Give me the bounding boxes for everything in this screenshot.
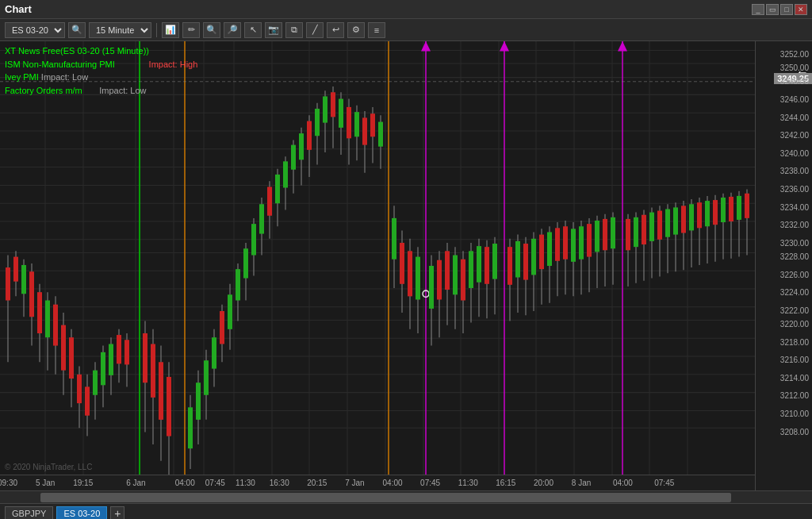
price-tick-3238: 3238.00 [780,167,809,175]
svg-rect-202 [689,204,694,230]
undo-button[interactable]: ↩ [327,22,344,38]
svg-rect-42 [6,267,10,300]
symbol-select[interactable]: ES 03-20 [5,22,65,38]
search-button[interactable]: 🔍 [68,22,86,38]
svg-rect-56 [61,325,66,371]
svg-rect-156 [492,244,497,279]
svg-rect-142 [437,260,442,300]
chart-main[interactable]: XT News Free(ES 03-20 (15 Minute)) ISM N… [0,41,755,490]
svg-rect-80 [167,377,171,436]
svg-rect-192 [649,213,654,241]
svg-rect-188 [634,217,638,247]
svg-rect-140 [429,266,434,309]
svg-rect-60 [77,375,82,403]
svg-rect-66 [101,352,105,385]
svg-rect-186 [626,219,630,250]
time-label-5jan: 5 Jan [36,479,55,487]
time-label-1630: 16:30 [270,479,289,487]
price-tick-3236: 3236.00 [780,185,809,194]
svg-rect-154 [485,247,489,284]
zoom-in-button[interactable]: 🔍 [203,22,220,38]
svg-rect-194 [657,211,662,240]
time-label-0745-3: 07:45 [654,479,674,487]
svg-rect-150 [469,251,473,288]
svg-rect-124 [354,112,359,136]
cursor-button[interactable]: ↖ [244,22,262,38]
svg-rect-76 [151,344,155,397]
layers-button[interactable]: ⧉ [285,22,303,38]
bar-chart-button[interactable]: 📊 [162,22,179,38]
close-button[interactable]: ✕ [795,4,807,15]
svg-rect-90 [220,311,224,344]
timeframe-select[interactable]: 15 Minute [89,22,151,38]
svg-rect-176 [579,226,584,259]
svg-rect-112 [307,121,312,150]
svg-rect-118 [331,92,335,117]
price-tick-3246: 3246.00 [780,95,809,104]
magenta-top-marker-2 [500,41,509,51]
time-label-1130-1: 11:30 [236,479,255,487]
menu-button[interactable]: ≡ [368,22,385,38]
svg-rect-100 [259,204,264,233]
svg-rect-114 [315,109,320,136]
chart-container: XT News Free(ES 03-20 (15 Minute)) ISM N… [0,41,812,490]
svg-rect-92 [228,294,232,329]
line-button[interactable]: ╱ [306,22,324,38]
svg-rect-94 [236,269,240,300]
scrollbar-thumb[interactable] [40,493,730,502]
add-tab-button[interactable]: + [110,506,124,520]
svg-rect-212 [729,197,733,221]
svg-rect-162 [523,244,528,280]
svg-rect-48 [29,271,34,317]
svg-rect-72 [124,340,129,364]
time-label-0745-1: 07:45 [205,479,225,487]
time-label-7jan: 7 Jan [345,479,364,487]
svg-rect-52 [45,301,50,338]
svg-rect-174 [571,229,576,261]
svg-rect-136 [408,251,412,296]
restore-button[interactable]: ▭ [766,4,779,15]
scrollbar-area[interactable] [0,490,812,503]
svg-rect-106 [283,161,288,187]
price-tick-3210: 3210.00 [780,409,809,418]
zoom-out-button[interactable]: 🔎 [224,22,241,38]
magenta-top-marker-3 [618,41,627,51]
time-label-2000: 20:00 [534,479,553,487]
svg-rect-130 [378,122,383,147]
price-tick-3248: 3248.00 [780,77,809,86]
toolbar: ES 03-20 🔍 15 Minute 📊 ✏ 🔍 🔎 ↖ 📷 ⧉ ╱ ↩ ⚙… [0,19,812,41]
tab-es-03-20[interactable]: ES 03-20 [56,506,107,520]
svg-rect-168 [547,232,552,266]
svg-rect-198 [673,207,678,234]
price-tick-3230: 3230.00 [780,239,809,248]
svg-rect-116 [323,96,327,122]
svg-rect-64 [93,371,98,395]
draw-button[interactable]: ✏ [182,22,200,38]
svg-rect-54 [53,305,58,346]
svg-rect-78 [159,362,163,420]
minimize-button[interactable]: _ [752,4,764,15]
candlestick-group-left [6,86,749,477]
time-label-6jan: 6 Jan [126,479,145,487]
svg-rect-68 [109,344,113,375]
price-tick-3224: 3224.00 [780,288,809,297]
app-title: Chart [5,3,32,15]
maximize-button[interactable]: □ [780,4,793,15]
svg-rect-126 [362,117,367,144]
svg-rect-96 [243,248,248,278]
svg-rect-208 [713,200,718,225]
svg-rect-172 [563,226,568,259]
price-tick-3226: 3226.00 [780,271,809,279]
tab-gbpjpy[interactable]: GBPJPY [5,506,53,520]
camera-button[interactable]: 📷 [265,22,282,38]
price-tick-3214: 3214.00 [780,374,809,383]
price-axis: ← 3249.25 3252.00 3250.00 3248.00 3246.0… [755,41,812,490]
svg-rect-166 [539,235,544,270]
price-tick-3228: 3228.00 [780,252,809,261]
properties-button[interactable]: ⚙ [347,22,365,38]
svg-rect-170 [555,228,560,260]
bottom-bar: GBPJPY ES 03-20 + [0,503,812,519]
svg-rect-144 [445,251,450,290]
price-tick-3216: 3216.00 [780,356,809,364]
price-tick-3208: 3208.00 [780,428,809,436]
